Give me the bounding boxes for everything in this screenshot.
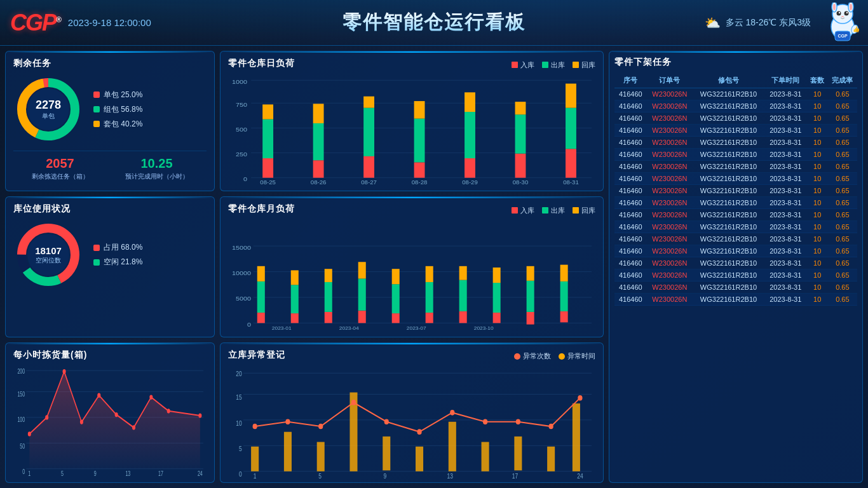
cell-2-5: 0.65 bbox=[828, 112, 857, 125]
svg-rect-148 bbox=[284, 431, 292, 471]
cell-17-3: 2023-8-31 bbox=[764, 294, 807, 306]
col-id: 序号 bbox=[614, 73, 647, 88]
svg-text:15000: 15000 bbox=[232, 244, 251, 250]
cell-8-4: 10 bbox=[807, 185, 828, 197]
svg-rect-55 bbox=[566, 108, 576, 149]
svg-text:08-31: 08-31 bbox=[563, 180, 579, 184]
cell-11-1: W230026N bbox=[647, 221, 693, 233]
cell-0-4: 10 bbox=[807, 88, 828, 100]
svg-text:0: 0 bbox=[243, 176, 247, 182]
svg-rect-46 bbox=[465, 158, 475, 178]
legend-item-1: 组包 56.8% bbox=[93, 104, 142, 115]
svg-rect-43 bbox=[414, 119, 425, 163]
svg-rect-47 bbox=[465, 112, 475, 158]
svg-rect-44 bbox=[414, 101, 425, 119]
cell-6-4: 10 bbox=[807, 161, 828, 173]
svg-text:08-28: 08-28 bbox=[412, 180, 428, 184]
svg-text:17: 17 bbox=[512, 473, 518, 478]
svg-rect-156 bbox=[547, 446, 555, 471]
cell-4-2: WG322161R2B10 bbox=[693, 137, 764, 149]
cell-16-4: 10 bbox=[807, 281, 828, 294]
cell-12-5: 0.65 bbox=[828, 233, 857, 245]
daily-legend-ret-label: 回库 bbox=[581, 60, 595, 70]
cell-4-5: 0.65 bbox=[828, 137, 857, 149]
table-row: 416460W230026NWG322161R2B102023-8-31100.… bbox=[614, 233, 857, 245]
warehouse-label-1: 空闲 21.8% bbox=[104, 257, 142, 268]
svg-rect-87 bbox=[426, 313, 433, 323]
monthly-legend-in: 入库 bbox=[512, 206, 534, 215]
legend-label-2: 套包 40.2% bbox=[104, 119, 142, 130]
cell-5-5: 0.65 bbox=[828, 149, 857, 161]
cell-11-4: 10 bbox=[807, 221, 828, 233]
cell-1-3: 2023-8-31 bbox=[764, 100, 807, 112]
cell-14-3: 2023-8-31 bbox=[764, 257, 807, 269]
svg-point-10 bbox=[841, 16, 844, 17]
svg-rect-31 bbox=[262, 119, 273, 158]
cell-0-2: WG322161R2B10 bbox=[693, 88, 764, 100]
cell-2-2: WG322161R2B10 bbox=[693, 112, 764, 125]
svg-text:50: 50 bbox=[20, 442, 25, 450]
cell-3-0: 416460 bbox=[614, 125, 647, 137]
svg-marker-120 bbox=[29, 371, 200, 468]
cell-8-3: 2023-8-31 bbox=[764, 185, 807, 197]
svg-rect-86 bbox=[392, 269, 400, 285]
svg-text:2023-01: 2023-01 bbox=[272, 326, 292, 330]
cell-12-0: 416460 bbox=[614, 233, 647, 245]
cell-6-0: 416460 bbox=[614, 161, 647, 173]
cell-16-5: 0.65 bbox=[828, 281, 857, 294]
anomaly-legend-time: 异常时间 bbox=[559, 351, 595, 361]
table-row: 416460W230026NWG322161R2B102023-8-31100.… bbox=[614, 245, 857, 257]
svg-text:15: 15 bbox=[236, 394, 241, 401]
cell-5-0: 416460 bbox=[614, 149, 647, 161]
svg-text:5000: 5000 bbox=[236, 295, 251, 302]
col-time: 下单时间 bbox=[764, 73, 807, 88]
cell-7-1: W230026N bbox=[647, 173, 693, 185]
hourly-chart: 0 50 100 150 200 1 5 9 13 17 24 bbox=[13, 366, 207, 476]
main-grid: 剩余任务 2278 单包 bbox=[0, 46, 868, 488]
warehouse-center-num: 18107 bbox=[35, 245, 62, 257]
panel-warehouse: 库位使用状况 18107 空闲位数 占用 6 bbox=[5, 196, 215, 337]
table-row: 416460W230026NWG322161R2B102023-8-31100.… bbox=[614, 112, 857, 125]
col-rate: 完成率 bbox=[828, 73, 857, 88]
cell-14-5: 0.65 bbox=[828, 257, 857, 269]
svg-text:10000: 10000 bbox=[232, 270, 251, 276]
svg-point-7 bbox=[844, 11, 848, 15]
svg-rect-32 bbox=[262, 104, 273, 119]
cell-7-0: 416460 bbox=[614, 173, 647, 185]
svg-text:0: 0 bbox=[239, 471, 242, 478]
warehouse-legend: 占用 68.0% 空闲 21.8% bbox=[93, 242, 142, 268]
cell-13-0: 416460 bbox=[614, 245, 647, 257]
svg-rect-77 bbox=[325, 312, 332, 323]
svg-rect-84 bbox=[392, 313, 400, 323]
svg-rect-80 bbox=[358, 311, 366, 323]
legend-dot-0 bbox=[93, 92, 100, 98]
daily-legend-in: 入库 bbox=[512, 60, 534, 70]
svg-rect-71 bbox=[257, 281, 265, 313]
daily-legend: 入库 出库 回库 bbox=[512, 60, 595, 70]
cell-11-3: 2023-8-31 bbox=[764, 221, 807, 233]
svg-rect-149 bbox=[317, 442, 325, 471]
svg-rect-103 bbox=[560, 265, 568, 281]
svg-point-127 bbox=[132, 425, 135, 430]
cell-12-1: W230026N bbox=[647, 233, 693, 245]
svg-point-5 bbox=[850, 4, 852, 10]
cell-3-5: 0.65 bbox=[828, 125, 857, 137]
svg-rect-82 bbox=[358, 262, 366, 279]
svg-point-164 bbox=[450, 410, 454, 416]
daily-legend-in-label: 入库 bbox=[520, 60, 534, 70]
cell-1-2: WG322161R2B10 bbox=[693, 100, 764, 112]
panel-daily: 零件仓库日负荷 入库 出库 回库 0 250 bbox=[220, 51, 604, 191]
svg-point-168 bbox=[578, 395, 582, 401]
svg-rect-147 bbox=[251, 446, 259, 471]
svg-rect-157 bbox=[573, 403, 580, 471]
monthly-title: 零件仓库月负荷 bbox=[228, 203, 295, 215]
svg-rect-42 bbox=[414, 162, 425, 177]
warehouse-donut-container: 18107 空闲位数 占用 68.0% 空闲 21.8% bbox=[13, 220, 207, 290]
daily-legend-out-dot bbox=[542, 62, 548, 68]
svg-rect-91 bbox=[459, 311, 467, 323]
daily-legend-out-label: 出库 bbox=[551, 60, 565, 70]
monthly-legend: 入库 出库 回库 bbox=[512, 206, 595, 215]
cell-10-1: W230026N bbox=[647, 209, 693, 221]
table-row: 416460W230026NWG322161R2B102023-8-31100.… bbox=[614, 100, 857, 112]
monthly-chart-svg: 0 5000 10000 15000 2023-01 bbox=[228, 222, 595, 330]
